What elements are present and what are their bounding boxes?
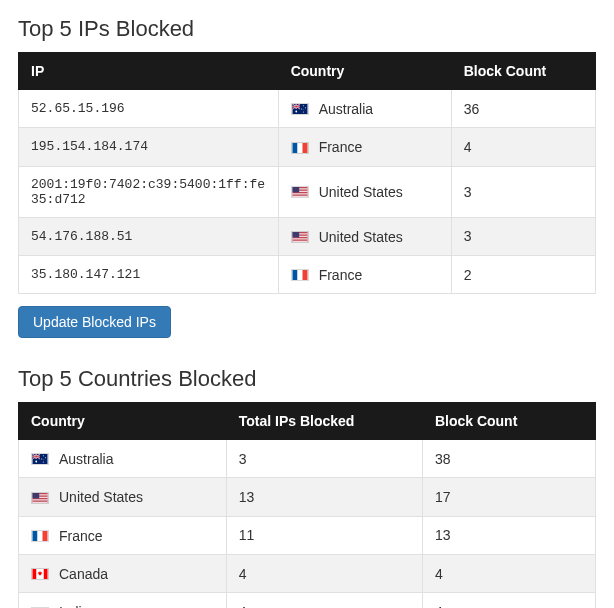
au-flag-icon (291, 103, 309, 115)
table-row: India44 (19, 593, 596, 608)
ips-header-count: Block Count (451, 53, 595, 90)
svg-point-32 (35, 461, 37, 463)
countries-header-count: Block Count (422, 403, 595, 440)
svg-rect-46 (33, 531, 38, 541)
svg-rect-48 (43, 531, 48, 541)
us-flag-icon (31, 492, 49, 504)
block-count-cell: 3 (451, 217, 595, 255)
block-count-cell: 4 (422, 593, 595, 608)
country-cell: United States (19, 478, 227, 516)
svg-point-37 (44, 459, 45, 460)
table-row: United States1317 (19, 478, 596, 516)
blocked-countries-section: Top 5 Countries Blocked Country Total IP… (18, 366, 596, 608)
svg-rect-16 (292, 195, 307, 196)
country-cell: Canada (19, 555, 227, 593)
ip-cell: 35.180.147.121 (19, 255, 279, 293)
block-count-cell: 4 (451, 128, 595, 166)
svg-rect-23 (292, 238, 307, 239)
block-count-cell: 3 (451, 166, 595, 217)
country-name: United States (319, 184, 403, 200)
blocked-ips-title: Top 5 IPs Blocked (18, 16, 596, 42)
svg-rect-28 (297, 270, 302, 280)
svg-point-34 (45, 458, 46, 459)
total-ips-cell: 11 (226, 516, 422, 554)
svg-point-33 (43, 456, 44, 457)
svg-rect-29 (302, 270, 307, 280)
ca-flag-icon (31, 568, 49, 580)
block-count-cell: 38 (422, 440, 595, 478)
blocked-ips-section: Top 5 IPs Blocked IP Country Block Count… (18, 16, 596, 338)
country-name: Australia (319, 101, 373, 117)
ip-cell: 195.154.184.174 (19, 128, 279, 166)
svg-rect-24 (292, 239, 307, 240)
country-cell: France (278, 255, 451, 293)
svg-rect-18 (292, 187, 299, 192)
country-cell: Australia (278, 90, 451, 128)
svg-point-5 (302, 112, 303, 113)
countries-header-country: Country (19, 403, 227, 440)
blocked-countries-title: Top 5 Countries Blocked (18, 366, 596, 392)
block-count-cell: 17 (422, 478, 595, 516)
svg-rect-51 (44, 569, 48, 579)
svg-point-4 (305, 108, 306, 109)
country-cell: United States (278, 217, 451, 255)
blocked-countries-table: Country Total IPs Blocked Block Count Au… (18, 402, 596, 608)
svg-rect-15 (292, 193, 307, 194)
countries-header-total: Total IPs Blocked (226, 403, 422, 440)
svg-rect-25 (292, 241, 307, 242)
table-row: 54.176.188.51United States3 (19, 217, 596, 255)
au-flag-icon (31, 453, 49, 465)
country-name: France (319, 267, 363, 283)
svg-rect-8 (292, 143, 297, 153)
total-ips-cell: 4 (226, 555, 422, 593)
blocked-ips-table: IP Country Block Count 52.65.15.196Austr… (18, 52, 596, 294)
country-name: United States (59, 490, 143, 506)
country-name: Canada (59, 566, 108, 582)
country-name: France (59, 528, 103, 544)
svg-point-2 (295, 111, 297, 113)
ip-cell: 52.65.15.196 (19, 90, 279, 128)
us-flag-icon (291, 231, 309, 243)
country-name: United States (319, 229, 403, 245)
block-count-cell: 4 (422, 555, 595, 593)
svg-point-35 (43, 462, 44, 463)
total-ips-cell: 13 (226, 478, 422, 516)
total-ips-cell: 3 (226, 440, 422, 478)
block-count-cell: 2 (451, 255, 595, 293)
svg-rect-44 (33, 502, 48, 503)
country-name: France (319, 140, 363, 156)
country-cell: United States (278, 166, 451, 217)
country-cell: India (19, 593, 227, 608)
svg-rect-10 (302, 143, 307, 153)
table-row: 35.180.147.121France2 (19, 255, 596, 293)
table-row: 52.65.15.196Australia36 (19, 90, 596, 128)
block-count-cell: 36 (451, 90, 595, 128)
ips-header-ip: IP (19, 53, 279, 90)
ips-header-country: Country (278, 53, 451, 90)
country-cell: France (19, 516, 227, 554)
country-cell: France (278, 128, 451, 166)
update-blocked-ips-button[interactable]: Update Blocked IPs (18, 306, 171, 338)
table-row: France1113 (19, 516, 596, 554)
us-flag-icon (291, 186, 309, 198)
fr-flag-icon (291, 142, 309, 154)
svg-rect-9 (297, 143, 302, 153)
svg-point-3 (302, 105, 303, 106)
table-row: Canada44 (19, 555, 596, 593)
table-row: 195.154.184.174France4 (19, 128, 596, 166)
country-name: Australia (59, 451, 113, 467)
svg-point-7 (303, 109, 304, 110)
fr-flag-icon (31, 530, 49, 542)
svg-point-6 (301, 109, 302, 110)
svg-rect-47 (38, 531, 43, 541)
svg-rect-43 (33, 500, 48, 501)
svg-rect-50 (33, 569, 37, 579)
ip-cell: 2001:19f0:7402:c39:5400:1ff:fe35:d712 (19, 166, 279, 217)
country-cell: Australia (19, 440, 227, 478)
fr-flag-icon (291, 269, 309, 281)
svg-rect-17 (292, 196, 307, 197)
total-ips-cell: 4 (226, 593, 422, 608)
ip-cell: 54.176.188.51 (19, 217, 279, 255)
table-row: 2001:19f0:7402:c39:5400:1ff:fe35:d712Uni… (19, 166, 596, 217)
table-row: Australia338 (19, 440, 596, 478)
